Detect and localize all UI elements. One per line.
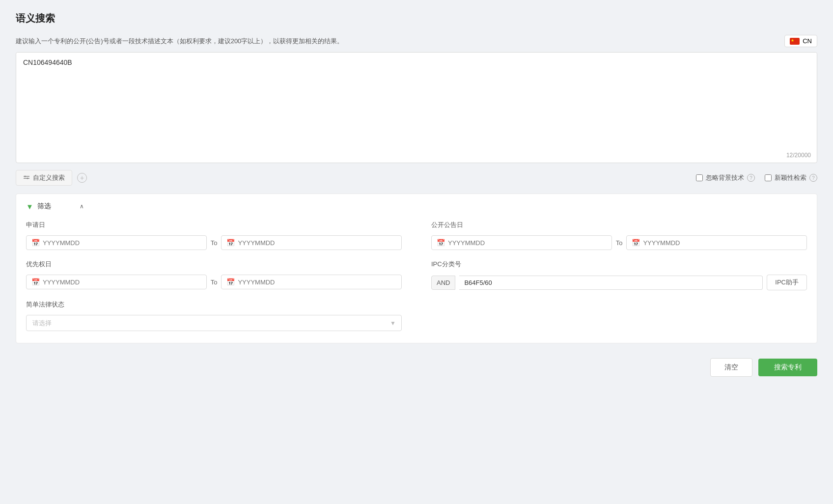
calendar-icon-pri-to: 📅: [226, 278, 235, 286]
bottom-actions: 清空 搜索专利: [16, 358, 817, 377]
and-badge: AND: [431, 276, 455, 290]
calendar-icon-pri-from: 📅: [31, 278, 40, 286]
filter-grid: 申请日 📅 To 📅 公开公告日: [26, 221, 807, 331]
textarea-wrapper: 12/20000: [16, 52, 817, 163]
legal-status-select[interactable]: 请选择: [26, 315, 402, 331]
priority-date-to[interactable]: [238, 279, 396, 286]
legal-status-label: 简单法律状态: [26, 300, 402, 309]
toolbar-left: 自定义搜索 +: [16, 170, 87, 186]
calendar-icon-app-from: 📅: [31, 239, 40, 247]
calendar-icon-pub-to: 📅: [632, 239, 640, 247]
ipc-group: IPC分类号 AND IPC助手: [431, 260, 807, 290]
novelty-checkbox[interactable]: [765, 174, 772, 181]
toolbar-row: 自定义搜索 + 忽略背景技术 ? 新颖性检索 ?: [16, 170, 817, 186]
search-textarea[interactable]: [16, 53, 817, 161]
page-container: 语义搜索 建议输入一个专利的公开(公告)号或者一段技术描述文本（如权利要求，建议…: [0, 0, 833, 504]
hint-text: 建议输入一个专利的公开(公告)号或者一段技术描述文本（如权利要求，建议200字以…: [16, 37, 343, 46]
calendar-icon-app-to: 📅: [226, 239, 235, 247]
priority-date-group: 优先权日 📅 To 📅: [26, 260, 402, 290]
application-date-to-wrapper: 📅: [221, 235, 402, 250]
cn-flag-icon: [790, 38, 800, 45]
application-date-from[interactable]: [43, 239, 201, 247]
lang-button[interactable]: CN: [784, 35, 817, 47]
ipc-input[interactable]: [459, 276, 763, 290]
char-count: 12/20000: [786, 152, 811, 159]
publication-date-label: 公开公告日: [431, 221, 807, 229]
ignore-bg-checkbox-item[interactable]: 忽略背景技术 ?: [696, 173, 755, 182]
priority-date-from[interactable]: [43, 279, 201, 286]
application-date-to-label: To: [211, 239, 218, 247]
publication-date-from[interactable]: [448, 239, 607, 247]
page-title: 语义搜索: [16, 12, 817, 25]
priority-date-from-wrapper: 📅: [26, 275, 207, 289]
priority-date-to-wrapper: 📅: [221, 275, 402, 289]
publication-date-to[interactable]: [643, 239, 802, 247]
chevron-up-icon: ∧: [80, 203, 84, 210]
application-date-to[interactable]: [238, 239, 396, 247]
svg-point-3: [27, 178, 28, 179]
priority-date-range: 📅 To 📅: [26, 275, 402, 289]
filter-header[interactable]: ▼ 筛选 ∧: [26, 202, 84, 211]
novelty-checkbox-item[interactable]: 新颖性检索 ?: [765, 173, 817, 182]
publication-date-to-label: To: [616, 239, 623, 247]
custom-search-label: 自定义搜索: [33, 173, 65, 182]
priority-date-to-label: To: [211, 279, 218, 286]
toolbar-right: 忽略背景技术 ? 新颖性检索 ?: [696, 173, 817, 182]
search-button[interactable]: 搜索专利: [758, 359, 817, 376]
filter-label: 筛选: [37, 202, 51, 211]
application-date-range: 📅 To 📅: [26, 235, 402, 250]
novelty-info-icon[interactable]: ?: [809, 174, 817, 182]
publication-date-from-wrapper: 📅: [431, 235, 612, 250]
priority-date-label: 优先权日: [26, 260, 402, 269]
ipc-label: IPC分类号: [431, 260, 807, 269]
application-date-label: 申请日: [26, 221, 402, 229]
sliders-icon: [23, 174, 30, 181]
publication-date-range: 📅 To 📅: [431, 235, 807, 250]
legal-status-select-wrapper: 请选择 ▼: [26, 315, 402, 331]
add-custom-search-icon[interactable]: +: [77, 173, 87, 183]
legal-status-group: 简单法律状态 请选择 ▼: [26, 300, 402, 331]
ipc-helper-button[interactable]: IPC助手: [767, 275, 807, 290]
svg-point-2: [25, 176, 26, 177]
ipc-row: AND IPC助手: [431, 275, 807, 290]
hint-row: 建议输入一个专利的公开(公告)号或者一段技术描述文本（如权利要求，建议200字以…: [16, 35, 817, 47]
ignore-bg-checkbox[interactable]: [696, 174, 703, 181]
filter-section: ▼ 筛选 ∧ 申请日 📅 To 📅: [16, 194, 817, 343]
custom-search-button[interactable]: 自定义搜索: [16, 170, 72, 186]
ignore-bg-info-icon[interactable]: ?: [747, 174, 755, 182]
filter-icon: ▼: [26, 202, 33, 211]
lang-label: CN: [803, 37, 812, 45]
application-date-group: 申请日 📅 To 📅: [26, 221, 402, 250]
clear-button[interactable]: 清空: [710, 358, 752, 377]
calendar-icon-pub-from: 📅: [437, 239, 445, 247]
novelty-label: 新颖性检索: [775, 173, 806, 182]
publication-date-group: 公开公告日 📅 To 📅: [431, 221, 807, 250]
application-date-from-wrapper: 📅: [26, 235, 207, 250]
publication-date-to-wrapper: 📅: [626, 235, 807, 250]
ignore-bg-label: 忽略背景技术: [706, 173, 744, 182]
